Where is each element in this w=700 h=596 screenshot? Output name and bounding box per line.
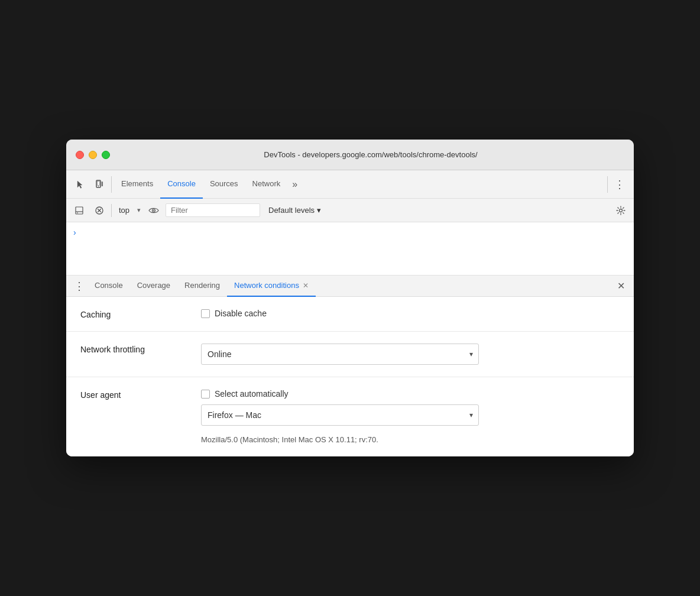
filter-input[interactable] bbox=[166, 203, 260, 217]
throttling-label: Network throttling bbox=[80, 344, 187, 354]
toolbar-separator bbox=[111, 204, 112, 217]
drawer-tab-network-conditions[interactable]: Network conditions ✕ bbox=[227, 276, 316, 297]
drawer-tabs-bar: ⋮ Console Coverage Rendering Network con… bbox=[66, 276, 634, 297]
svg-point-2 bbox=[98, 186, 99, 186]
minimize-button[interactable] bbox=[89, 151, 97, 159]
tab-console[interactable]: Console bbox=[160, 170, 203, 199]
window-title: DevTools - developers.google.com/web/too… bbox=[117, 150, 624, 159]
disable-cache-label: Disable cache bbox=[215, 309, 267, 318]
user-agent-label: User agent bbox=[80, 389, 187, 400]
mobile-icon[interactable] bbox=[90, 175, 109, 194]
svg-point-12 bbox=[153, 210, 154, 211]
disable-cache-checkbox[interactable] bbox=[201, 309, 210, 318]
titlebar: DevTools - developers.google.com/web/too… bbox=[66, 140, 634, 170]
select-auto-checkbox[interactable] bbox=[201, 390, 210, 399]
drawer-more-button[interactable]: ⋮ bbox=[71, 278, 88, 294]
ua-string-text: Mozilla/5.0 (Macintosh; Intel Mac OS X 1… bbox=[201, 435, 479, 444]
devtools-tabs-bar: Elements Console Sources Network » ⋮ bbox=[66, 170, 634, 199]
default-levels-button[interactable]: Default levels ▾ bbox=[264, 204, 326, 216]
select-auto-row: Select automatically bbox=[201, 389, 479, 399]
devtools-window: DevTools - developers.google.com/web/too… bbox=[66, 140, 634, 456]
caching-section: Caching Disable cache bbox=[66, 297, 634, 332]
network-conditions-panel: Caching Disable cache Network throttling… bbox=[66, 297, 634, 456]
tab-separator bbox=[111, 176, 112, 193]
devtools-menu-button[interactable]: ⋮ bbox=[610, 175, 629, 194]
svg-rect-1 bbox=[98, 181, 100, 185]
eye-icon[interactable] bbox=[145, 202, 162, 219]
disable-cache-row: Disable cache bbox=[201, 309, 267, 318]
clear-console-icon[interactable] bbox=[91, 202, 108, 219]
settings-gear-icon[interactable] bbox=[612, 202, 629, 219]
throttling-select[interactable]: Online Fast 3G Slow 3G Offline Custom... bbox=[201, 344, 479, 365]
drawer-tab-coverage[interactable]: Coverage bbox=[130, 276, 177, 297]
select-auto-label: Select automatically bbox=[215, 389, 289, 399]
throttling-control: Online Fast 3G Slow 3G Offline Custom...… bbox=[201, 344, 479, 365]
caching-control: Disable cache bbox=[201, 309, 267, 318]
svg-rect-4 bbox=[102, 182, 102, 186]
svg-point-13 bbox=[620, 209, 623, 212]
maximize-button[interactable] bbox=[102, 151, 110, 159]
svg-rect-5 bbox=[76, 207, 83, 214]
tab-separator-right bbox=[607, 176, 608, 193]
caching-label: Caching bbox=[80, 309, 187, 319]
context-select-input[interactable]: top bbox=[115, 205, 142, 216]
throttling-section: Network throttling Online Fast 3G Slow 3… bbox=[66, 332, 634, 377]
throttling-select-wrapper: Online Fast 3G Slow 3G Offline Custom...… bbox=[201, 344, 479, 365]
tab-network[interactable]: Network bbox=[245, 170, 288, 199]
tab-sources[interactable]: Sources bbox=[203, 170, 245, 199]
traffic-lights bbox=[76, 151, 110, 159]
ua-select-wrapper: Firefox — Mac Chrome — Mac Safari — Mac … bbox=[201, 404, 479, 426]
console-prompt-icon[interactable]: › bbox=[73, 228, 76, 237]
drawer-tab-close-icon[interactable]: ✕ bbox=[303, 281, 309, 290]
console-content: › bbox=[66, 222, 634, 276]
cursor-icon[interactable] bbox=[71, 175, 90, 194]
user-agent-section: User agent Select automatically Firefox … bbox=[66, 377, 634, 456]
tab-elements[interactable]: Elements bbox=[114, 170, 160, 199]
console-toolbar: top ▾ Default levels ▾ bbox=[66, 199, 634, 222]
drawer-tab-rendering[interactable]: Rendering bbox=[177, 276, 227, 297]
svg-rect-3 bbox=[102, 182, 103, 186]
context-selector[interactable]: top ▾ bbox=[115, 205, 142, 216]
user-agent-control: Select automatically Firefox — Mac Chrom… bbox=[201, 389, 479, 444]
drawer-tab-console[interactable]: Console bbox=[88, 276, 130, 297]
drawer-close-button[interactable]: ✕ bbox=[612, 278, 629, 294]
close-button[interactable] bbox=[76, 151, 84, 159]
show-drawer-icon[interactable] bbox=[71, 202, 88, 219]
ua-select[interactable]: Firefox — Mac Chrome — Mac Safari — Mac … bbox=[201, 404, 479, 426]
more-tabs-button[interactable]: » bbox=[287, 170, 302, 199]
